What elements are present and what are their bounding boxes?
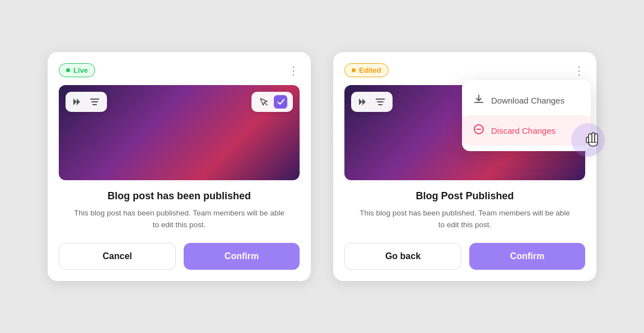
more-options-button-2[interactable]: ⋮ (573, 64, 585, 77)
edited-label: Edited (359, 66, 381, 74)
live-dot (66, 68, 70, 72)
svg-rect-10 (595, 134, 598, 143)
fast-forward-button-2[interactable] (357, 95, 370, 109)
toolbar-right (251, 92, 293, 112)
discard-icon (473, 124, 484, 138)
svg-marker-13 (362, 99, 366, 105)
filter-button-2[interactable] (374, 95, 387, 109)
card-edited-actions: Go back Confirm (344, 243, 585, 270)
svg-rect-8 (589, 134, 592, 143)
discard-changes-label: Discard Changes (491, 126, 556, 135)
card-live-title: Blog post has been published (59, 190, 300, 202)
download-changes-label: Download Changes (491, 96, 564, 105)
svg-marker-12 (359, 99, 362, 105)
live-badge: Live (59, 63, 95, 77)
live-label: Live (73, 66, 88, 74)
discard-changes-item[interactable]: Discard Changes (462, 116, 591, 146)
cursor-button[interactable] (257, 95, 270, 109)
confirm-button-2[interactable]: Confirm (469, 243, 585, 270)
cancel-button[interactable]: Cancel (59, 243, 176, 270)
image-container (59, 85, 300, 180)
download-icon (473, 93, 484, 107)
card-live-desc: This blog post has been published. Team … (59, 208, 300, 231)
card-edited-header: Edited ⋮ (344, 63, 585, 77)
card-live: Live ⋮ (48, 52, 311, 281)
confirm-check-button[interactable] (274, 95, 287, 109)
download-changes-item[interactable]: Download Changes (462, 86, 591, 115)
go-back-button[interactable]: Go back (344, 243, 461, 270)
svg-marker-0 (73, 99, 77, 105)
toolbar-left (66, 92, 107, 112)
cursor-hand-icon (584, 127, 602, 151)
card-edited-desc: This blog post has been published. Team … (344, 208, 585, 231)
svg-marker-1 (77, 99, 80, 105)
edited-badge: Edited (344, 63, 389, 77)
card-edited: Edited ⋮ Download Changes Discard Change… (333, 52, 596, 281)
more-options-button[interactable]: ⋮ (288, 64, 300, 77)
toolbar-left-2 (351, 92, 393, 112)
card-live-header: Live ⋮ (59, 63, 300, 77)
filter-button[interactable] (88, 95, 101, 109)
confirm-button[interactable]: Confirm (184, 243, 300, 270)
fast-forward-button[interactable] (71, 95, 85, 109)
card-edited-title: Blog Post Published (344, 190, 585, 202)
card-live-actions: Cancel Confirm (59, 243, 300, 270)
svg-rect-11 (586, 137, 589, 143)
svg-line-5 (264, 102, 267, 105)
edited-dot (352, 68, 356, 72)
dropdown-menu: Download Changes Discard Changes (462, 80, 591, 151)
